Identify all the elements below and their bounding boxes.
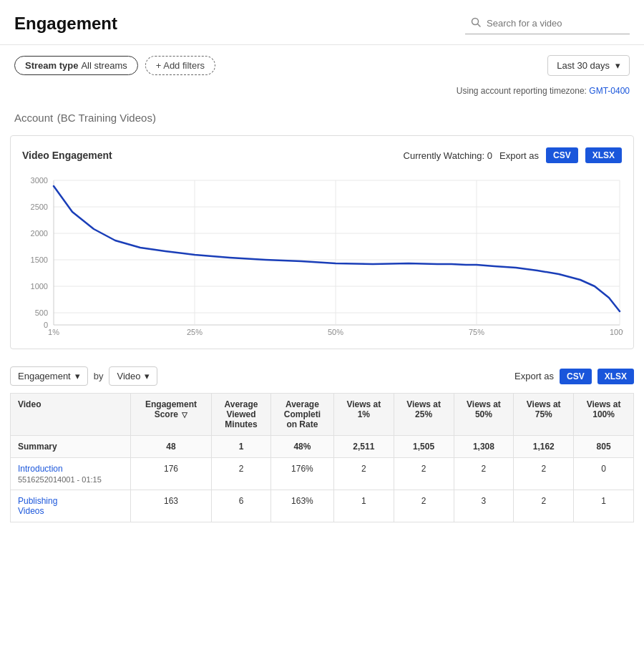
avg-viewed-value: 6 (212, 490, 271, 522)
svg-text:25%: 25% (187, 328, 203, 335)
search-icon (471, 17, 481, 29)
video-cell: Introduction 5516252014001 - 01:15 (11, 458, 131, 490)
views-1-value: 2 (333, 458, 394, 490)
avg-completion-value: 163% (270, 490, 333, 522)
date-range-label: Last 30 days (557, 60, 610, 71)
table-row: Introduction 5516252014001 - 01:15 176 2… (11, 458, 634, 490)
svg-line-1 (478, 24, 481, 27)
avg-viewed-value: 2 (212, 458, 271, 490)
video-link[interactable]: Introduction (18, 464, 63, 474)
video-cell: PublishingVideos (11, 490, 131, 522)
svg-text:500: 500 (35, 308, 48, 317)
export-as-label: Export as (499, 150, 539, 161)
engagement-label: Engagement (18, 371, 71, 381)
svg-text:75%: 75% (469, 328, 484, 335)
summary-views-75: 1,162 (514, 436, 574, 458)
table-row: PublishingVideos 163 6 163% 1 2 3 2 1 (11, 490, 634, 522)
col-header-views-50: Views at50% (454, 394, 514, 436)
col-header-views-75: Views at75% (514, 394, 574, 436)
summary-avg-completion: 48% (270, 436, 333, 458)
chevron-down-icon: ▾ (615, 60, 620, 71)
video-label: Video (117, 371, 140, 381)
stream-type-value: All streams (81, 60, 127, 71)
chart-title: Video Engagement (22, 150, 112, 161)
engagement-table: Video EngagementScore ▽ AverageViewedMin… (10, 393, 634, 522)
table-controls: Engagement ▾ by Video ▾ Export as CSV XL… (0, 359, 644, 393)
engagement-value: 176 (130, 458, 211, 490)
summary-views-100: 805 (574, 436, 634, 458)
col-header-views-100: Views at100% (574, 394, 634, 436)
summary-views-50: 1,308 (454, 436, 514, 458)
chart-area: 3000 2500 2000 1500 1000 500 0 1% 25% (22, 170, 622, 337)
chart-header: Video Engagement Currently Watching: 0 E… (22, 147, 622, 163)
svg-text:2500: 2500 (31, 203, 48, 211)
timezone-link[interactable]: GMT-0400 (589, 86, 630, 96)
timezone-row: Using account reporting timezone: GMT-04… (0, 86, 644, 104)
header: Engagement (0, 0, 644, 45)
col-header-views-1: Views at1% (333, 394, 394, 436)
add-filters-button[interactable]: + Add filters (145, 56, 215, 75)
stream-type-label: Stream type (25, 60, 78, 71)
col-header-engagement[interactable]: EngagementScore ▽ (130, 394, 211, 436)
col-header-video: Video (11, 394, 131, 436)
search-input[interactable] (487, 18, 624, 29)
summary-row: Summary 48 1 48% 2,511 1,505 1,308 1,162… (11, 436, 634, 458)
summary-engagement: 48 (130, 436, 211, 458)
chart-meta: Currently Watching: 0 Export as CSV XLSX (404, 147, 622, 163)
filters-row: Stream typeAll streams + Add filters Las… (0, 45, 644, 86)
table-controls-left: Engagement ▾ by Video ▾ (10, 366, 157, 386)
views-50-value: 3 (454, 490, 514, 522)
col-header-views-25: Views at25% (394, 394, 454, 436)
svg-text:1500: 1500 (31, 255, 48, 264)
table-export-label: Export as (514, 371, 554, 381)
chart-csv-button[interactable]: CSV (546, 147, 578, 163)
video-dropdown[interactable]: Video ▾ (109, 366, 157, 386)
by-label: by (94, 371, 104, 381)
search-bar[interactable] (465, 13, 630, 34)
svg-text:1%: 1% (48, 328, 59, 335)
account-label: Account (14, 112, 53, 124)
stream-type-filter[interactable]: Stream typeAll streams (14, 56, 138, 75)
chart-card: Video Engagement Currently Watching: 0 E… (10, 135, 634, 349)
account-subtitle: (BC Training Videos) (57, 112, 156, 124)
svg-text:3000: 3000 (31, 176, 48, 185)
table-xlsx-button[interactable]: XLSX (597, 369, 634, 384)
views-75-value: 2 (514, 490, 574, 522)
timezone-text: Using account reporting timezone: (457, 86, 587, 96)
table-header-row: Video EngagementScore ▽ AverageViewedMin… (11, 394, 634, 436)
video-id: 5516252014001 - 01:15 (18, 475, 123, 484)
account-section-title: Account (BC Training Videos) (0, 104, 644, 135)
summary-views-25: 1,505 (394, 436, 454, 458)
views-100-value: 0 (574, 458, 634, 490)
summary-views-1: 2,511 (333, 436, 394, 458)
chevron-down-icon: ▾ (145, 371, 150, 381)
video-link[interactable]: PublishingVideos (18, 496, 57, 516)
currently-watching-value: 0 (487, 150, 492, 161)
filters-left: Stream typeAll streams + Add filters (14, 56, 215, 75)
add-filters-label: + Add filters (156, 60, 205, 71)
engagement-dropdown[interactable]: Engagement ▾ (10, 366, 88, 386)
summary-avg-viewed: 1 (212, 436, 271, 458)
data-table-wrapper: Video EngagementScore ▽ AverageViewedMin… (10, 393, 634, 522)
chart-xlsx-button[interactable]: XLSX (585, 147, 622, 163)
engagement-value: 163 (130, 490, 211, 522)
views-100-value: 1 (574, 490, 634, 522)
svg-text:50%: 50% (328, 328, 343, 335)
views-75-value: 2 (514, 458, 574, 490)
svg-text:100%: 100% (610, 328, 623, 335)
col-header-avg-completion: AverageCompletion Rate (270, 394, 333, 436)
svg-text:2000: 2000 (31, 229, 48, 238)
chevron-down-icon: ▾ (75, 371, 80, 381)
svg-text:1000: 1000 (31, 282, 48, 291)
page-title: Engagement (14, 14, 117, 34)
views-25-value: 2 (394, 490, 454, 522)
summary-label: Summary (11, 436, 131, 458)
views-1-value: 1 (333, 490, 394, 522)
table-csv-button[interactable]: CSV (560, 369, 592, 384)
views-50-value: 2 (454, 458, 514, 490)
views-25-value: 2 (394, 458, 454, 490)
avg-completion-value: 176% (270, 458, 333, 490)
col-header-avg-viewed: AverageViewedMinutes (212, 394, 271, 436)
table-controls-right: Export as CSV XLSX (514, 369, 634, 384)
date-range-dropdown[interactable]: Last 30 days ▾ (547, 55, 630, 76)
